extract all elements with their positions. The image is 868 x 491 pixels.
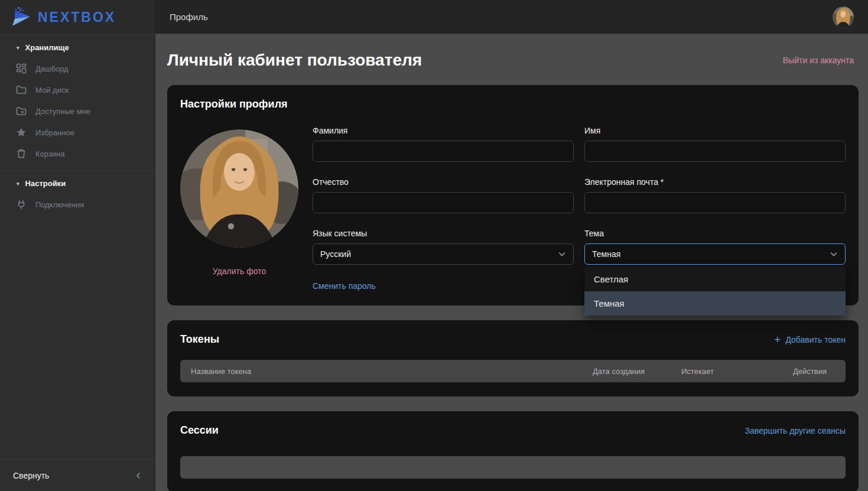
tokens-card-title: Токены — [180, 333, 219, 346]
logout-link[interactable]: Выйти из аккаунта — [783, 56, 854, 65]
sidebar-item-label: Избранное — [35, 128, 74, 137]
email-label: Электронная почта * — [584, 177, 846, 187]
sidebar-item-label: Мой диск — [35, 86, 69, 95]
plug-icon — [15, 199, 27, 210]
trash-icon — [15, 148, 27, 160]
first-name-input[interactable] — [584, 141, 846, 162]
tokens-table-header: Название токена Дата создания Истекает Д… — [180, 360, 846, 382]
brand-name: NEXTBOX — [38, 9, 116, 25]
field-middle-name: Отчество — [313, 177, 574, 213]
top-header: Профиль — [155, 0, 868, 34]
sidebar-item-shared-with-me[interactable]: Доступные мне — [0, 100, 155, 122]
add-token-label: Добавить токен — [785, 335, 846, 344]
language-label: Язык системы — [313, 229, 574, 238]
sidebar-item-label: Подключения — [35, 200, 84, 209]
column-created: Дата создания — [593, 367, 681, 376]
theme-option-light[interactable]: Светлая — [584, 267, 846, 291]
sidebar-item-label: Дашборд — [35, 64, 69, 73]
sidebar-item-label: Доступные мне — [35, 107, 90, 116]
theme-option-dark[interactable]: Темная — [584, 291, 846, 316]
add-token-button[interactable]: + Добавить токен — [774, 334, 846, 345]
field-first-name: Имя — [584, 126, 846, 162]
profile-photo[interactable] — [180, 129, 298, 248]
profile-card-title: Настройки профиля — [180, 98, 846, 110]
last-name-input[interactable] — [313, 141, 574, 162]
star-icon — [15, 126, 27, 138]
profile-body: Удалить фото Фамилия Имя Отчество — [180, 126, 846, 291]
sidebar-item-my-disk[interactable]: Мой диск — [0, 79, 155, 100]
chevron-down-icon — [830, 250, 838, 258]
sidebar-item-connections[interactable]: Подключения — [0, 194, 155, 215]
field-last-name: Фамилия — [313, 126, 574, 162]
logo-arrow-icon — [11, 6, 32, 28]
main-content: Личный кабинет пользователя Выйти из акк… — [155, 34, 868, 491]
sessions-card: Сессии Завершить другие сеансы — [167, 411, 859, 491]
sidebar-item-favorites[interactable]: Избранное — [0, 122, 155, 143]
brand-logo[interactable]: NEXTBOX — [0, 0, 155, 35]
triangle-collapse-icon: ▾ — [17, 45, 19, 51]
plus-icon: + — [774, 334, 781, 345]
column-expires: Истекает — [681, 367, 764, 376]
sidebar-section-storage[interactable]: ▾ Хранилище — [0, 35, 155, 58]
theme-select[interactable]: Темная — [584, 243, 846, 265]
theme-label: Тема — [584, 229, 846, 238]
last-name-label: Фамилия — [313, 126, 574, 135]
sidebar-item-label: Корзина — [35, 149, 65, 158]
tokens-card: Токены + Добавить токен Название токена … — [167, 320, 859, 396]
sidebar: NEXTBOX ▾ Хранилище Дашборд Мой диск — [0, 0, 155, 491]
field-language: Язык системы Русский — [313, 229, 574, 265]
page-title: Личный кабинет пользователя — [167, 51, 422, 70]
theme-value: Темная — [592, 249, 620, 259]
page-head: Личный кабинет пользователя Выйти из акк… — [167, 51, 854, 70]
sidebar-item-dashboard[interactable]: Дашборд — [0, 58, 155, 79]
language-select[interactable]: Русский — [313, 243, 574, 265]
sidebar-collapse-button[interactable]: Свернуть — [0, 459, 155, 491]
user-avatar[interactable] — [833, 6, 854, 28]
field-theme: Тема Темная Светлая Темная — [584, 229, 846, 265]
sidebar-section-label: Хранилище — [25, 43, 69, 52]
chevron-left-icon — [135, 472, 142, 479]
language-value: Русский — [320, 249, 351, 259]
middle-name-input[interactable] — [313, 192, 574, 213]
avatar-column: Удалить фото — [180, 126, 313, 291]
profile-settings-card: Настройки профиля — [167, 85, 859, 305]
triangle-collapse-icon: ▾ — [17, 181, 19, 187]
change-password-link[interactable]: Сменить пароль — [313, 281, 376, 291]
sidebar-section-settings[interactable]: ▾ Настройки — [0, 171, 155, 194]
end-other-sessions-label: Завершить другие сеансы — [745, 426, 846, 435]
profile-form: Фамилия Имя Отчество Электронная почта * — [313, 126, 846, 291]
first-name-label: Имя — [584, 126, 846, 135]
chevron-down-icon — [558, 250, 566, 258]
end-other-sessions-link[interactable]: Завершить другие сеансы — [745, 426, 846, 435]
folder-icon — [15, 84, 27, 96]
field-email: Электронная почта * — [584, 177, 846, 213]
column-token-name: Название токена — [191, 367, 593, 376]
shared-folder-icon — [15, 105, 27, 117]
sessions-card-title: Сессии — [180, 424, 219, 437]
sidebar-item-trash[interactable]: Корзина — [0, 143, 155, 164]
sidebar-section-label: Настройки — [25, 179, 66, 188]
header-title: Профиль — [170, 12, 208, 22]
collapse-label: Свернуть — [13, 471, 49, 480]
dashboard-icon — [15, 63, 27, 74]
middle-name-label: Отчество — [313, 177, 574, 187]
theme-dropdown-menu: Светлая Темная — [584, 267, 846, 316]
delete-photo-link[interactable]: Удалить фото — [180, 266, 298, 276]
sessions-table-header — [180, 456, 846, 479]
column-actions: Действия — [764, 367, 835, 376]
email-field[interactable] — [584, 192, 846, 213]
